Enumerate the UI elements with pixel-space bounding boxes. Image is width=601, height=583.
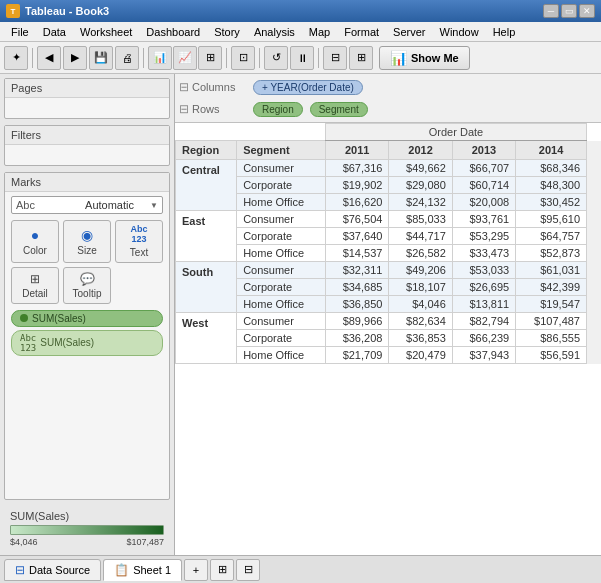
data-source-label: Data Source — [29, 564, 90, 576]
left-panel: Pages Filters Marks Abc Automatic ▼ ● Co… — [0, 74, 175, 555]
show-me-icon: 📊 — [390, 50, 407, 66]
window-title: Tableau - Book3 — [25, 5, 109, 17]
menu-worksheet[interactable]: Worksheet — [73, 24, 139, 40]
value-cell: $82,794 — [452, 313, 515, 330]
sheet1-tab[interactable]: 📋 Sheet 1 — [103, 559, 182, 581]
segment-pill[interactable]: Segment — [310, 102, 368, 117]
rows-label: Rows — [192, 103, 220, 115]
value-cell: $36,850 — [326, 296, 389, 313]
viz-area[interactable]: Order Date Region Segment 2011 2012 2013… — [175, 123, 601, 555]
marks-detail-label: Detail — [22, 288, 48, 299]
region-pill[interactable]: Region — [253, 102, 303, 117]
size-icon: ◉ — [81, 227, 93, 243]
marks-body: Abc Automatic ▼ ● Color ◉ Size Abc123 — [5, 192, 169, 360]
toolbar-refresh-button[interactable]: ↺ — [264, 46, 288, 70]
restore-button[interactable]: ▭ — [561, 4, 577, 18]
value-cell: $66,239 — [452, 330, 515, 347]
value-cell: $36,853 — [389, 330, 452, 347]
toolbar-star-button[interactable]: ✦ — [4, 46, 28, 70]
sheet1-label: Sheet 1 — [133, 564, 171, 576]
value-cell: $16,620 — [326, 194, 389, 211]
value-cell: $4,046 — [389, 296, 452, 313]
value-cell: $93,761 — [452, 211, 515, 228]
title-bar-buttons[interactable]: ─ ▭ ✕ — [543, 4, 595, 18]
pill-dot-icon — [20, 314, 28, 322]
sum-sales-green-pill[interactable]: SUM(Sales) — [11, 310, 163, 327]
value-cell: $107,487 — [516, 313, 587, 330]
marks-type-value: Automatic — [85, 199, 150, 211]
menu-story[interactable]: Story — [207, 24, 247, 40]
value-cell: $42,399 — [516, 279, 587, 296]
toolbar-label-button[interactable]: ⊞ — [349, 46, 373, 70]
data-source-tab[interactable]: ⊟ Data Source — [4, 559, 101, 581]
toolbar-print-button[interactable]: 🖨 — [115, 46, 139, 70]
menu-format[interactable]: Format — [337, 24, 386, 40]
text-icon: Abc123 — [130, 225, 147, 245]
toolbar-table-button[interactable]: ⊞ — [198, 46, 222, 70]
menu-window[interactable]: Window — [433, 24, 486, 40]
minimize-button[interactable]: ─ — [543, 4, 559, 18]
value-cell: $85,033 — [389, 211, 452, 228]
marks-tooltip-label: Tooltip — [73, 288, 102, 299]
marks-text-button[interactable]: Abc123 Text — [115, 220, 163, 263]
marks-color-button[interactable]: ● Color — [11, 220, 59, 263]
toolbar-save-button[interactable]: 💾 — [89, 46, 113, 70]
marks-tooltip-button[interactable]: 💬 Tooltip — [63, 267, 111, 304]
menu-dashboard[interactable]: Dashboard — [139, 24, 207, 40]
value-cell: $36,208 — [326, 330, 389, 347]
toolbar-chart-button[interactable]: 📈 — [173, 46, 197, 70]
toolbar-bar-button[interactable]: 📊 — [148, 46, 172, 70]
marks-type-dropdown[interactable]: Abc Automatic ▼ — [11, 196, 163, 214]
toolbar-forward-button[interactable]: ▶ — [63, 46, 87, 70]
menu-file[interactable]: File — [4, 24, 36, 40]
color-icon: ● — [31, 227, 39, 243]
columns-shelf-row: ⊟ Columns + YEAR(Order Date) — [179, 76, 597, 98]
segment-cell: Consumer — [237, 313, 326, 330]
sheet-options-button[interactable]: ⊟ — [236, 559, 260, 581]
value-cell: $49,206 — [389, 262, 452, 279]
sum-sales-abc-pill[interactable]: Abc123 SUM(Sales) — [11, 330, 163, 356]
value-cell: $37,640 — [326, 228, 389, 245]
region-cell: Central — [176, 160, 237, 211]
menu-server[interactable]: Server — [386, 24, 432, 40]
add-sheet-button[interactable]: + — [184, 559, 208, 581]
marks-detail-button[interactable]: ⊞ Detail — [11, 267, 59, 304]
sum-gradient — [10, 525, 164, 535]
segment-cell: Consumer — [237, 262, 326, 279]
table-row: Corporate$34,685$18,107$26,695$42,399 — [176, 279, 601, 296]
menu-data[interactable]: Data — [36, 24, 73, 40]
menu-analysis[interactable]: Analysis — [247, 24, 302, 40]
region-cell: East — [176, 211, 237, 262]
menu-bar: File Data Worksheet Dashboard Story Anal… — [0, 22, 601, 42]
toolbar-sort-button[interactable]: ⊟ — [323, 46, 347, 70]
value-cell: $64,757 — [516, 228, 587, 245]
segment-col-header: Segment — [237, 141, 326, 160]
toolbar-sep-5 — [318, 48, 319, 68]
marks-size-button[interactable]: ◉ Size — [63, 220, 111, 263]
filters-title: Filters — [5, 126, 169, 145]
toolbar-back-button[interactable]: ◀ — [37, 46, 61, 70]
show-me-button[interactable]: 📊 Show Me — [379, 46, 470, 70]
segment-cell: Home Office — [237, 194, 326, 211]
toolbar-pause-button[interactable]: ⏸ — [290, 46, 314, 70]
toolbar-connect-button[interactable]: ⊡ — [231, 46, 255, 70]
value-cell: $48,300 — [516, 177, 587, 194]
segment-cell: Home Office — [237, 245, 326, 262]
year-2012-header: 2012 — [389, 141, 452, 160]
duplicate-sheet-button[interactable]: ⊞ — [210, 559, 234, 581]
columns-shelf-label: ⊟ Columns — [179, 80, 249, 94]
menu-map[interactable]: Map — [302, 24, 337, 40]
right-panel: ⊟ Columns + YEAR(Order Date) ⊟ Rows Regi… — [175, 74, 601, 555]
marks-section: Marks Abc Automatic ▼ ● Color ◉ Size — [4, 172, 170, 500]
legend-title: SUM(Sales) — [10, 510, 164, 522]
value-cell: $32,311 — [326, 262, 389, 279]
close-button[interactable]: ✕ — [579, 4, 595, 18]
order-date-header: Order Date — [326, 124, 587, 141]
marks-dropdown-arrow-icon: ▼ — [150, 201, 158, 210]
value-cell: $19,902 — [326, 177, 389, 194]
segment-cell: Corporate — [237, 279, 326, 296]
year-order-date-pill[interactable]: + YEAR(Order Date) — [253, 80, 363, 95]
segment-cell: Home Office — [237, 296, 326, 313]
menu-help[interactable]: Help — [486, 24, 523, 40]
toolbar-sep-1 — [32, 48, 33, 68]
